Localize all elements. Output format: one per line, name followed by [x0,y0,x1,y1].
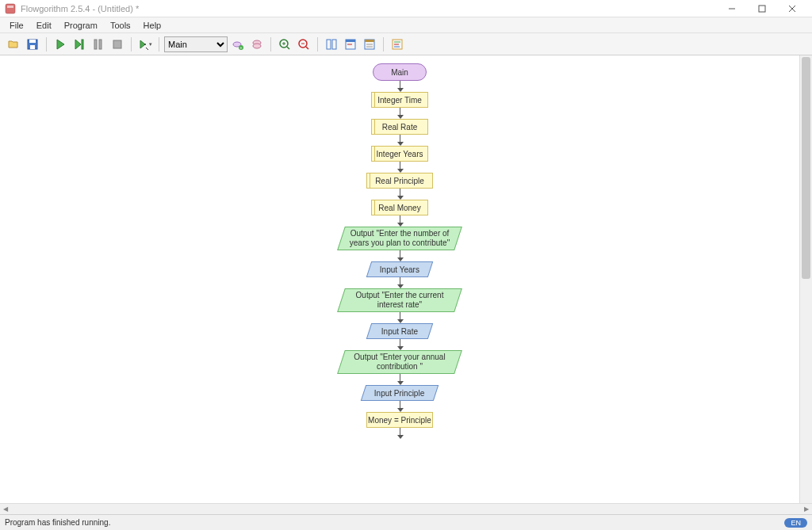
pause-icon[interactable] [90,36,107,53]
save-icon[interactable] [24,36,41,53]
edit-function-icon[interactable] [248,36,266,53]
window-title: Flowgorithm 2.5.4 - (Untitled) * [21,4,139,13]
svg-rect-9 [82,40,83,49]
node-input-principle[interactable]: Input Principle [361,385,439,401]
add-function-icon[interactable]: + [229,36,247,53]
menu-tools[interactable]: Tools [104,19,137,32]
svg-line-20 [287,47,289,49]
svg-rect-27 [332,40,336,49]
status-text: Program has finished running. [5,518,110,527]
language-badge[interactable]: EN [784,518,807,528]
node-output-contribution-prompt[interactable]: Output "Enter your annual contribution " [337,350,462,374]
menu-file[interactable]: File [3,19,30,32]
menu-help[interactable]: Help [137,19,168,32]
svg-rect-0 [6,4,15,13]
zoom-out-icon[interactable] [295,36,312,53]
open-icon[interactable] [5,36,22,53]
run-icon[interactable] [52,36,69,53]
horizontal-scrollbar[interactable]: ◀ ▶ [0,503,812,514]
titlebar: Flowgorithm 2.5.4 - (Untitled) * [0,0,812,17]
svg-rect-10 [94,40,97,49]
canvas-area: Main Integer Time Real Rate Integer Year… [0,55,812,503]
node-declare-principle[interactable]: Real Principle [366,173,433,189]
node-output-rate-prompt[interactable]: Output "Enter the current interest rate" [337,288,462,312]
svg-rect-8 [30,45,35,49]
flowchart-canvas[interactable]: Main Integer Time Real Rate Integer Year… [0,55,799,503]
svg-rect-11 [99,40,102,49]
node-input-years[interactable]: Input Years [366,261,433,277]
step-icon[interactable] [71,36,88,53]
vertical-scrollbar[interactable] [799,55,812,503]
node-declare-years[interactable]: Integer Years [371,146,428,162]
scroll-left-icon[interactable]: ◀ [0,504,11,514]
svg-rect-7 [29,40,36,43]
source-code-icon[interactable] [389,36,406,53]
minimize-button[interactable] [717,0,747,17]
scroll-right-icon[interactable]: ▶ [801,504,812,514]
svg-point-13 [144,44,146,45]
maximize-button[interactable] [747,0,777,17]
node-declare-rate[interactable]: Real Rate [371,119,428,135]
node-main[interactable]: Main [373,63,427,81]
svg-point-18 [253,44,261,48]
node-declare-time[interactable]: Integer Time [371,92,428,108]
svg-line-24 [306,47,308,49]
zoom-in-icon[interactable] [276,36,293,53]
speed-icon[interactable]: ▾ [136,36,154,53]
close-button[interactable] [777,0,807,17]
svg-rect-1 [7,6,13,8]
node-assign-money[interactable]: Money = Principle [366,412,433,428]
toolbar: ▾ Main + [0,33,812,55]
layout-icon[interactable] [323,36,340,53]
app-logo-icon [5,3,16,14]
svg-rect-12 [113,40,121,48]
stop-icon[interactable] [109,36,126,53]
node-declare-money[interactable]: Real Money [371,200,428,215]
menu-program[interactable]: Program [58,19,104,32]
console-icon[interactable] [342,36,359,53]
menubar: File Edit Program Tools Help [0,17,812,33]
svg-rect-32 [365,40,374,42]
menu-edit[interactable]: Edit [30,19,58,32]
svg-text:+: + [240,45,243,50]
svg-rect-29 [346,40,355,42]
node-output-years-prompt[interactable]: Output "Enter the number of years you pl… [337,227,462,250]
statusbar: Program has finished running. EN [0,514,812,530]
node-input-rate[interactable]: Input Rate [366,323,433,339]
scroll-thumb[interactable] [802,57,810,279]
function-select[interactable]: Main [164,36,228,52]
variables-icon[interactable] [361,36,378,53]
svg-rect-3 [759,6,765,12]
svg-rect-26 [327,40,331,49]
